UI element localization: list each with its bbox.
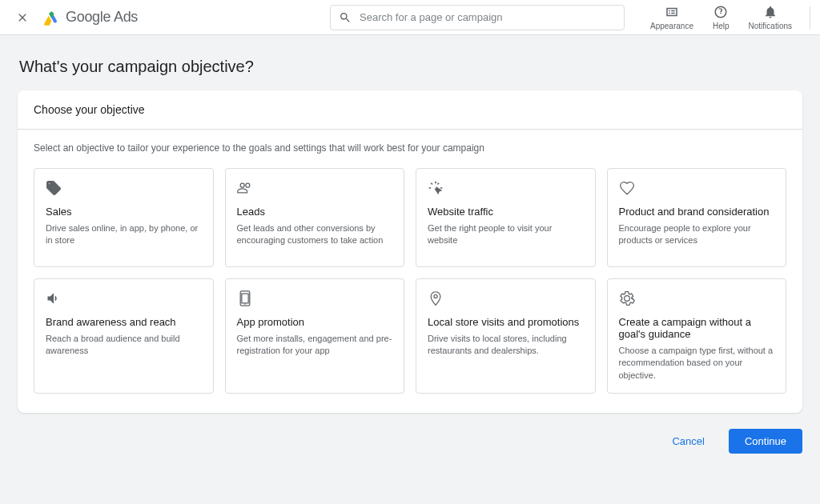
logo-text: Google Ads (66, 9, 138, 26)
tile-desc: Get the right people to visit your websi… (428, 222, 584, 247)
tile-desc: Drive sales online, in app, by phone, or… (46, 222, 202, 247)
help-icon (713, 5, 728, 19)
tile-title: Local store visits and promotions (428, 316, 584, 328)
tile-title: Product and brand consideration (619, 206, 775, 218)
objective-local-store[interactable]: Local store visits and promotions Drive … (416, 278, 596, 394)
objective-app-promotion[interactable]: App promotion Get more installs, engagem… (225, 278, 405, 394)
appearance-label: Appearance (650, 22, 693, 30)
people-icon (237, 180, 253, 196)
card-title: Choose your objective (18, 90, 802, 130)
cursor-click-icon (428, 180, 444, 196)
card-subtitle: Select an objective to tailor your exper… (34, 142, 786, 154)
page-title: What's your campaign objective? (19, 58, 802, 76)
gear-icon (619, 290, 635, 306)
tile-title: Leads (237, 206, 393, 218)
main-content: What's your campaign objective? Choose y… (18, 35, 802, 476)
help-button[interactable]: Help (706, 5, 736, 30)
tile-desc: Reach a broad audience and build awarene… (46, 333, 202, 358)
tile-title: Sales (46, 206, 202, 218)
cancel-button[interactable]: Cancel (656, 429, 720, 454)
tile-desc: Encourage people to explore your product… (619, 222, 775, 247)
objective-leads[interactable]: Leads Get leads and other conversions by… (225, 168, 405, 267)
close-icon (16, 11, 29, 24)
tile-desc: Get leads and other conversions by encou… (237, 222, 393, 247)
notifications-label: Notifications (749, 22, 792, 30)
search-box[interactable] (330, 5, 625, 30)
search-icon (339, 11, 352, 24)
objective-sales[interactable]: Sales Drive sales online, in app, by pho… (34, 168, 214, 267)
close-button[interactable] (10, 5, 35, 30)
tile-title: Create a campaign without a goal's guida… (619, 316, 775, 340)
objective-product-brand[interactable]: Product and brand consideration Encourag… (607, 168, 787, 267)
header-actions: Appearance Help Notifications (644, 5, 810, 30)
objective-grid: Sales Drive sales online, in app, by pho… (34, 168, 786, 394)
phone-icon (237, 290, 253, 306)
objective-card: Choose your objective Select an objectiv… (18, 90, 802, 413)
tile-desc: Get more installs, engagement and pre-re… (237, 333, 393, 358)
card-body: Select an objective to tailor your exper… (18, 130, 802, 413)
heart-icon (619, 180, 635, 196)
app-header: Google Ads Appearance Help Notifications (0, 0, 820, 35)
objective-website-traffic[interactable]: Website traffic Get the right people to … (416, 168, 596, 267)
objective-no-goal[interactable]: Create a campaign without a goal's guida… (607, 278, 787, 394)
header-divider (810, 6, 810, 29)
notifications-button[interactable]: Notifications (742, 5, 798, 30)
tile-title: App promotion (237, 316, 393, 328)
search-input[interactable] (360, 11, 616, 23)
bell-icon (763, 5, 778, 19)
google-ads-logo-icon (42, 9, 59, 26)
location-pin-icon (428, 290, 444, 306)
tile-title: Website traffic (428, 206, 584, 218)
tag-icon (46, 180, 62, 196)
objective-brand-awareness[interactable]: Brand awareness and reach Reach a broad … (34, 278, 214, 394)
tile-title: Brand awareness and reach (46, 316, 202, 328)
appearance-button[interactable]: Appearance (644, 5, 700, 30)
appearance-icon (665, 5, 679, 19)
logo-area: Google Ads (42, 9, 138, 26)
svg-point-0 (244, 303, 246, 305)
megaphone-icon (46, 290, 62, 306)
tile-desc: Choose a campaign type first, without a … (619, 345, 775, 382)
help-label: Help (713, 22, 730, 30)
tile-desc: Drive visits to local stores, including … (428, 333, 584, 358)
continue-button[interactable]: Continue (729, 429, 802, 454)
action-bar: Cancel Continue (18, 429, 802, 454)
